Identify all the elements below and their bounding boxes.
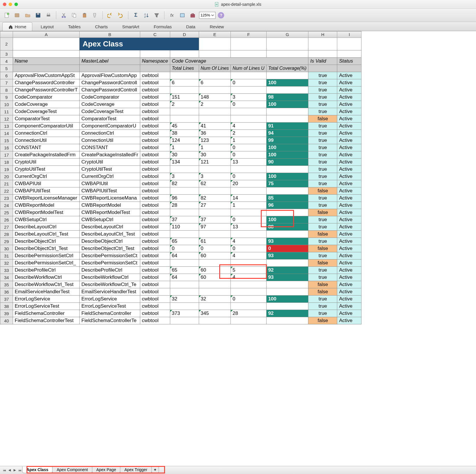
help-button[interactable]: ? [218,12,224,18]
print-button[interactable] [44,11,53,19]
svg-rect-20 [180,14,184,17]
svg-rect-17 [84,13,85,14]
window-title: apex-detail-sample.xls [221,2,261,7]
svg-point-13 [64,16,65,18]
zoom-combo[interactable]: 125% [199,12,215,19]
new-doc-button[interactable]: + [3,11,11,19]
undo-button[interactable] [106,11,114,19]
ribbon-tab-review[interactable]: Review [204,22,230,31]
svg-text:Z: Z [144,15,146,18]
templates-button[interactable] [13,11,21,19]
standard-toolbar: + Σ AZ fx 125% ? [0,9,476,22]
zoom-value: 125% [200,13,210,17]
ribbon-tab-tables[interactable]: Tables [62,22,87,31]
ribbon-tab-charts[interactable]: Charts [89,22,114,31]
ribbon-tabs: HomeLayoutTablesChartsSmartArtFormulasDa… [0,22,476,31]
copy-button[interactable] [70,11,78,19]
chevron-down-icon [211,14,214,17]
window-titlebar: apex-detail-sample.xls [0,0,476,9]
svg-rect-2 [216,4,218,5]
svg-rect-11 [47,13,50,15]
svg-point-12 [62,16,63,18]
sort-button[interactable]: AZ [142,11,150,19]
ribbon-tab-formulas[interactable]: Formulas [148,22,178,31]
toolbox-button[interactable] [189,11,197,19]
svg-rect-7 [15,14,19,17]
fx-button[interactable]: fx [168,11,176,19]
svg-rect-3 [216,5,218,5]
svg-rect-10 [47,15,50,16]
home-icon [8,25,13,29]
open-button[interactable] [24,11,32,19]
ribbon-tab-layout[interactable]: Layout [35,22,60,31]
save-button[interactable] [34,11,42,19]
filter-button[interactable] [153,11,161,19]
svg-rect-22 [192,14,194,15]
redo-button[interactable] [117,11,125,19]
ribbon-tab-smartart[interactable]: SmartArt [116,22,145,31]
paste-button[interactable] [80,11,89,19]
svg-rect-1 [216,4,218,4]
cut-button[interactable] [60,11,68,19]
excel-file-icon [215,2,219,7]
format-painter-button[interactable] [91,11,99,19]
svg-rect-15 [73,14,76,17]
svg-rect-9 [37,13,39,15]
svg-text:+: + [8,13,9,15]
show-formulas-button[interactable] [178,11,186,19]
ribbon-tab-data[interactable]: Data [180,22,201,31]
autosum-button[interactable]: Σ [132,11,140,19]
ribbon-tab-home[interactable]: Home [2,22,32,31]
